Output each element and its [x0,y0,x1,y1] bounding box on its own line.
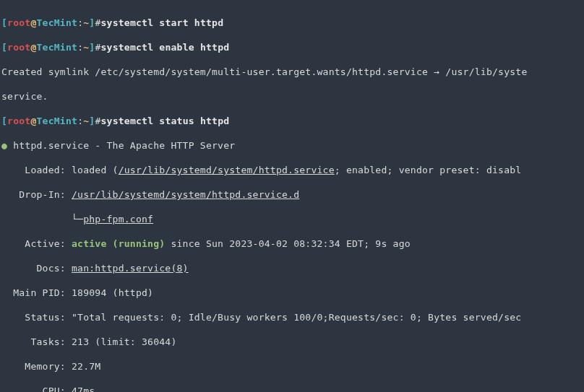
status-dropin: Drop-In: /usr/lib/systemd/system/httpd.s… [1,188,584,201]
status-mainpid: Main PID: 189094 (httpd) [1,287,584,299]
line-cmd3: [root@TecMint:~]#systemctl status httpd [1,115,584,127]
status-docs: Docs: man:httpd.service(8) [1,262,584,274]
status-cpu: CPU: 47ms [1,385,584,392]
line-symlink-2: service. [1,90,584,103]
status-tasks: Tasks: 213 (limit: 36044) [1,336,584,348]
status-active: Active: active (running) since Sun 2023-… [1,238,584,250]
status-memory: Memory: 22.7M [1,360,584,373]
terminal[interactable]: [root@TecMint:~]#systemctl start httpd [… [0,0,584,392]
line-cmd1: [root@TecMint:~]#systemctl start httpd [1,17,584,29]
status-loaded: Loaded: loaded (/usr/lib/systemd/system/… [1,164,584,176]
line-cmd2: [root@TecMint:~]#systemctl enable httpd [1,41,584,53]
status-dropin-file: └─php-fpm.conf [1,213,584,225]
status-title: ● httpd.service - The Apache HTTP Server [1,139,584,152]
line-symlink-1: Created symlink /etc/systemd/system/mult… [1,66,584,78]
status-status: Status: "Total requests: 0; Idle/Busy wo… [1,311,584,323]
